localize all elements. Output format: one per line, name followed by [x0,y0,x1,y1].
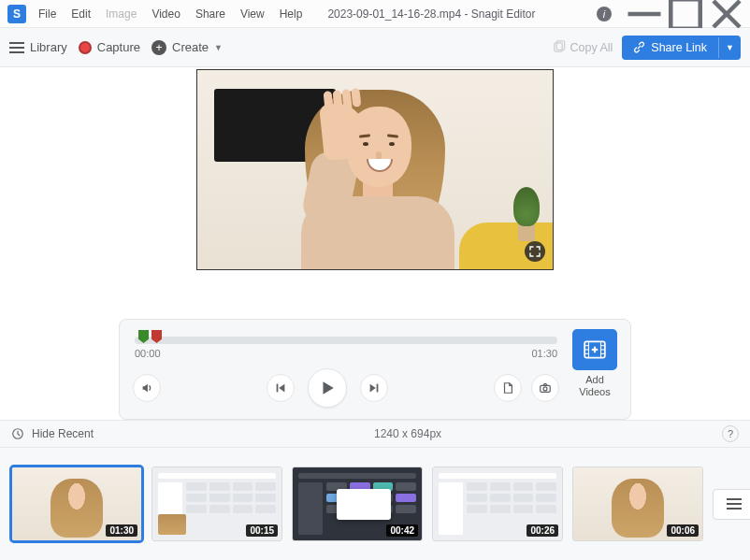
status-bar: Hide Recent 1240 x 694px ? [0,420,750,448]
volume-button[interactable] [133,374,161,402]
title-bar: S File Edit Image Video Share View Help … [0,0,750,28]
thumbnail[interactable]: 01:30 [11,467,142,541]
step-forward-button[interactable] [360,374,388,402]
preview-bg-plant [510,185,543,241]
time-start: 00:00 [135,348,161,359]
create-button[interactable]: + Create ▼ [151,40,223,55]
thumbnail-duration: 00:42 [386,524,418,537]
play-icon [319,380,336,396]
svg-point-9 [543,387,547,391]
thumbnail-duration: 00:15 [246,524,278,537]
add-video-icon [572,329,617,370]
hide-recent-button[interactable]: Hide Recent [32,427,94,440]
help-button[interactable]: ? [722,425,739,442]
share-link-button[interactable]: Share Link ▼ [622,36,741,60]
menu-help[interactable]: Help [273,4,310,24]
preview-person [267,73,483,269]
toolbar: Library Capture + Create ▼ Copy All Shar… [0,28,750,67]
maximize-button[interactable] [666,2,705,26]
thumbnail-duration: 00:26 [526,524,558,537]
marker-out[interactable] [151,330,162,343]
menu-image: Image [99,4,143,24]
share-link-label: Share Link [651,41,707,54]
menu-view[interactable]: View [234,4,271,24]
video-controls: 00:00 01:30 [119,319,631,420]
capture-button[interactable]: Capture [79,40,140,54]
thumbnail-duration: 01:30 [106,524,137,537]
play-button[interactable] [308,368,347,408]
time-end: 01:30 [531,348,557,359]
clock-icon [11,427,24,440]
svg-rect-7 [377,384,379,393]
svg-rect-1 [671,0,700,28]
video-preview[interactable] [196,69,554,270]
expand-icon[interactable] [525,241,545,262]
recent-tray: 01:3000:1500:4200:2600:06 Libr [0,448,750,560]
camera-icon [539,381,552,395]
marker-in[interactable] [138,330,149,343]
minimize-button[interactable] [625,2,664,26]
thumbnail[interactable]: 00:06 [572,467,703,541]
add-videos-label: AddVideos [579,374,610,398]
thumbnail[interactable]: 00:15 [151,467,282,541]
thumbnail-duration: 00:06 [667,524,699,537]
step-back-icon [274,381,287,395]
step-back-button[interactable] [267,374,295,402]
timeline-track[interactable] [135,337,557,344]
share-dropdown-button[interactable]: ▼ [718,37,741,58]
record-icon [79,41,92,54]
export-frame-button[interactable] [494,374,522,402]
hamburger-icon [9,42,24,53]
add-videos-button[interactable]: AddVideos [572,329,617,398]
menu-share[interactable]: Share [189,4,232,24]
menu-bar: File Edit Image Video Share View Help [32,4,309,24]
copy-all-button[interactable]: Copy All [552,40,613,54]
library-tray-button[interactable]: Libr [713,489,750,520]
library-button[interactable]: Library [9,40,67,54]
link-icon [633,41,645,53]
copy-all-label: Copy All [570,41,613,54]
thumbnail[interactable]: 00:42 [292,467,423,541]
snapshot-button[interactable] [531,374,559,402]
step-forward-icon [368,381,381,395]
library-label: Library [30,40,67,54]
menu-file[interactable]: File [32,4,63,24]
thumbnail[interactable]: 00:26 [432,467,563,541]
copy-icon [552,40,566,54]
create-label: Create [172,40,209,54]
hamburger-icon [727,498,742,510]
menu-edit[interactable]: Edit [65,4,97,24]
chevron-down-icon: ▼ [214,43,223,52]
timeline-column: 00:00 01:30 [133,329,559,408]
app-logo: S [7,5,26,23]
window-title: 2023-09-01_14-16-28.mp4 - Snagit Editor [327,7,535,21]
plus-circle-icon: + [151,40,166,55]
dimensions-label: 1240 x 694px [374,427,441,440]
file-icon [501,381,514,395]
info-icon[interactable]: i [597,7,612,22]
capture-label: Capture [97,40,140,54]
volume-icon [140,381,153,395]
canvas-area: 00:00 01:30 [0,67,750,420]
menu-video[interactable]: Video [145,4,186,24]
svg-rect-6 [277,384,279,393]
close-button[interactable] [707,2,746,26]
